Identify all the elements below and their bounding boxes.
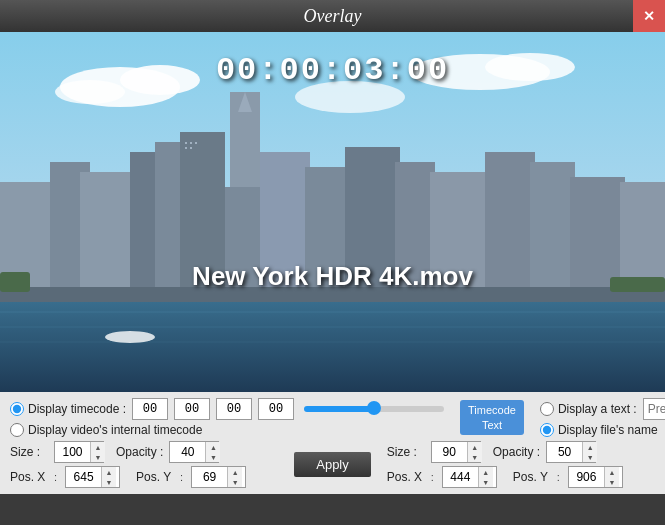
time-field-mm[interactable] [174,398,210,420]
internal-timecode-radio[interactable] [10,423,24,437]
display-filename-radio-group[interactable]: Display file's name [540,423,658,437]
right-size-input[interactable] [432,442,467,462]
left-size-down[interactable]: ▼ [91,452,105,462]
close-button[interactable]: ✕ [633,0,665,32]
left-posy-colon: : [180,471,183,483]
display-text-radio-group[interactable]: Display a text : [540,402,637,416]
right-posy-down[interactable]: ▼ [605,477,619,487]
left-posy-spinbox: ▲ ▼ [191,466,246,488]
right-posx-down[interactable]: ▼ [479,477,493,487]
right-size-down[interactable]: ▼ [468,452,482,462]
right-size-label: Size : [387,445,425,459]
right-posx-label: Pos. X [387,470,425,484]
display-text-radio[interactable] [540,402,554,416]
left-opacity-input[interactable] [170,442,205,462]
left-posx-down[interactable]: ▼ [102,477,116,487]
svg-point-2 [120,65,200,95]
svg-rect-27 [530,162,575,302]
right-opacity-up[interactable]: ▲ [583,442,597,452]
svg-point-3 [55,80,125,104]
right-posy-input[interactable] [569,467,604,487]
svg-rect-37 [610,277,665,292]
left-posy-input[interactable] [192,467,227,487]
bottom-right-pos: Pos. X : ▲ ▼ Pos. Y : ▲ ▼ [387,466,655,488]
left-posy-label: Pos. Y [136,470,174,484]
time-field-ss[interactable] [216,398,252,420]
apply-button-container: Apply [284,452,381,477]
right-posx-up[interactable]: ▲ [479,467,493,477]
time-field-hh[interactable] [132,398,168,420]
left-opacity-up[interactable]: ▲ [206,442,220,452]
svg-rect-32 [195,142,197,144]
preview-text-input[interactable] [643,398,665,420]
filename-display: New York HDR 4K.mov [192,261,473,292]
left-controls: Display timecode : Display video's inter… [10,398,444,437]
svg-rect-36 [0,272,30,292]
left-posy-arrows: ▲ ▼ [227,467,242,487]
controls-top-row: Display timecode : Display video's inter… [10,398,655,437]
controls-bottom-row: Size : ▲ ▼ Opacity : ▲ ▼ [10,441,655,488]
left-opacity-spinbox: ▲ ▼ [169,441,219,463]
left-size-label: Size : [10,445,48,459]
internal-timecode-radio-group[interactable]: Display video's internal timecode [10,423,202,437]
display-filename-radio[interactable] [540,423,554,437]
display-text-label: Display a text : [558,402,637,416]
svg-rect-14 [80,172,135,302]
svg-point-5 [485,53,575,81]
right-size-spinbox: ▲ ▼ [431,441,481,463]
app-title: Overlay [304,6,362,27]
internal-timecode-row: Display video's internal timecode [10,423,444,437]
right-size-up[interactable]: ▲ [468,442,482,452]
right-opacity-down[interactable]: ▼ [583,452,597,462]
display-timecode-label: Display timecode : [28,402,126,416]
svg-rect-34 [190,147,192,149]
left-opacity-down[interactable]: ▼ [206,452,220,462]
timecode-slider[interactable] [304,406,444,412]
left-posx-input[interactable] [66,467,101,487]
svg-point-11 [105,331,155,343]
svg-rect-30 [185,142,187,144]
slider-thumb[interactable] [367,401,381,415]
time-field-ff[interactable] [258,398,294,420]
left-size-up[interactable]: ▲ [91,442,105,452]
left-posx-label: Pos. X [10,470,48,484]
left-posy-up[interactable]: ▲ [228,467,242,477]
timecode-text-label: Timecode Text [460,400,524,435]
right-posx-input[interactable] [443,467,478,487]
right-controls: Display a text : Display file's name [540,398,665,437]
display-timecode-radio-group[interactable]: Display timecode : [10,402,126,416]
right-opacity-arrows: ▲ ▼ [582,442,597,462]
right-posy-label: Pos. Y [513,470,551,484]
left-posx-up[interactable]: ▲ [102,467,116,477]
right-posx-spinbox: ▲ ▼ [442,466,497,488]
right-posy-colon: : [557,471,560,483]
timecode-display: 00:00:03:00 [216,52,449,89]
left-posx-spinbox: ▲ ▼ [65,466,120,488]
svg-rect-31 [190,142,192,144]
display-timecode-radio[interactable] [10,402,24,416]
timecode-row: Display timecode : [10,398,444,420]
display-text-row: Display a text : [540,398,665,420]
left-size-input[interactable] [55,442,90,462]
right-opacity-label: Opacity : [493,445,540,459]
left-posy-down[interactable]: ▼ [228,477,242,487]
left-posx-arrows: ▲ ▼ [101,467,116,487]
svg-rect-7 [0,297,665,392]
bottom-left-size-opacity: Size : ▲ ▼ Opacity : ▲ ▼ [10,441,278,463]
svg-rect-26 [485,152,535,302]
right-opacity-spinbox: ▲ ▼ [546,441,596,463]
left-size-arrows: ▲ ▼ [90,442,105,462]
apply-button[interactable]: Apply [294,452,371,477]
right-posy-arrows: ▲ ▼ [604,467,619,487]
video-preview: 00:00:03:00 New York HDR 4K.mov [0,32,665,392]
slider-container [300,406,444,412]
internal-timecode-label: Display video's internal timecode [28,423,202,437]
right-size-arrows: ▲ ▼ [467,442,482,462]
display-filename-label: Display file's name [558,423,658,437]
right-posy-up[interactable]: ▲ [605,467,619,477]
right-opacity-input[interactable] [547,442,582,462]
bottom-right-size-opacity: Size : ▲ ▼ Opacity : ▲ ▼ [387,441,655,463]
left-posx-colon: : [54,471,57,483]
left-size-spinbox: ▲ ▼ [54,441,104,463]
right-posx-colon: : [431,471,434,483]
